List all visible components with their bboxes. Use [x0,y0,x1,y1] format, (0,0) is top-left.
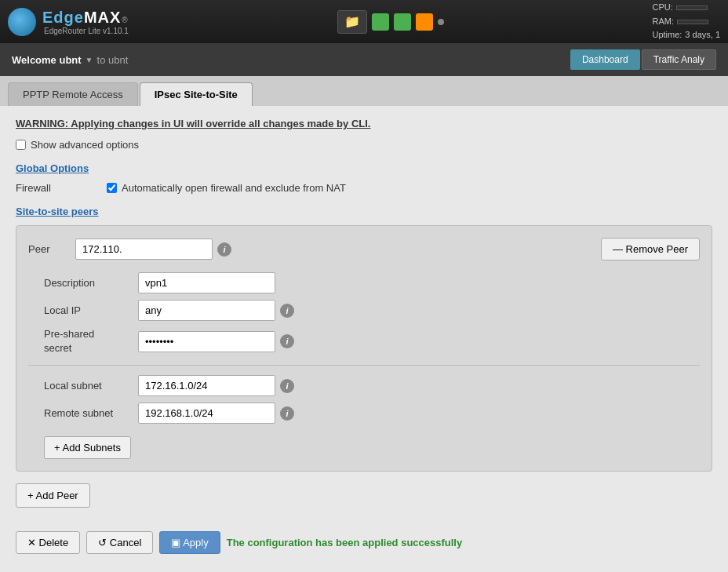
nav-buttons: Dashboard Traffic Analy [570,49,716,70]
status-green2 [394,13,411,31]
traffic-analysis-button[interactable]: Traffic Analy [642,49,716,70]
user-arrow[interactable]: ▼ [86,56,93,64]
show-advanced-label: Show advanced options [31,139,139,151]
global-options-title[interactable]: Global Options [16,162,712,174]
remove-peer-button[interactable]: — Remove Peer [601,238,700,260]
local-ip-info-icon[interactable]: i [280,304,294,318]
description-row: Description [44,272,700,293]
local-ip-row: Local IP i [44,300,700,321]
dashboard-button[interactable]: Dashboard [570,49,640,70]
status-green1 [372,13,389,31]
peer-ip-input[interactable] [75,239,213,260]
remote-subnet-input[interactable] [138,403,275,424]
logo-text: EdgeMAX [42,9,121,27]
logo-area: EdgeMAX ® EdgeRouter Lite v1.10.1 [8,8,129,36]
firewall-checkbox-label: Automatically open firewall and exclude … [122,182,346,194]
main-content: WARNING: Applying changes in UI will ove… [0,106,728,572]
local-subnet-info-icon[interactable]: i [280,379,294,393]
to-text: to ubnt [97,54,129,66]
apply-button[interactable]: ▣ Apply [159,531,220,554]
pre-shared-input[interactable] [138,331,275,352]
tab-ipsec[interactable]: IPsec Site-to-Site [140,82,253,106]
ram-label: RAM: [652,15,674,29]
tab-row: PPTP Remote Access IPsec Site-to-Site [0,76,728,106]
user-info: Welcome ubnt ▼ to ubnt [12,54,128,66]
local-subnet-row: Local subnet i [44,375,700,396]
sys-stats: CPU: RAM: Uptime: 3 days, 1 [652,1,720,42]
nav-bar: Welcome ubnt ▼ to ubnt Dashboard Traffic… [0,43,728,76]
delete-button[interactable]: ✕ Delete [16,531,80,554]
pre-shared-info-icon[interactable]: i [280,334,294,348]
description-input[interactable] [138,272,275,293]
bottom-row: + Add Peer [16,483,712,508]
action-row: ✕ Delete ↺ Cancel ▣ Apply The configurat… [16,523,712,562]
success-message: The configuration has been applied succe… [227,537,463,548]
subnet-section: Local subnet i Remote subnet i [44,375,700,424]
logo-reg: ® [122,16,127,24]
firewall-checkbox[interactable] [107,183,117,193]
peer-sub-form: Description Local IP i Pre-sharedsecret … [44,272,700,355]
top-bar: EdgeMAX ® EdgeRouter Lite v1.10.1 📁 CPU:… [0,0,728,43]
username: Welcome ubnt [12,54,82,66]
cancel-button[interactable]: ↺ Cancel [86,531,153,554]
peer-header: Peer i — Remove Peer [28,238,700,260]
cpu-label: CPU: [652,1,672,15]
status-orange [416,13,433,31]
show-advanced-checkbox[interactable] [16,140,26,150]
firewall-row: Firewall Automatically open firewall and… [16,182,712,194]
remote-subnet-info-icon[interactable]: i [280,406,294,421]
logo-icon [8,8,36,36]
status-small [438,19,444,25]
folder-icon[interactable]: 📁 [337,10,367,34]
content-area: PPTP Remote Access IPsec Site-to-Site WA… [0,76,728,572]
site-to-site-title[interactable]: Site-to-site peers [16,206,712,217]
tab-pptp[interactable]: PPTP Remote Access [8,82,138,106]
local-subnet-label: Local subnet [44,380,138,392]
warning-text: WARNING: Applying changes in UI will ove… [16,118,712,129]
top-bar-icons: 📁 [129,10,653,34]
add-subnets-button[interactable]: + Add Subnets [44,436,131,459]
description-label: Description [44,277,138,289]
remote-subnet-row: Remote subnet i [44,403,700,424]
local-subnet-input[interactable] [138,375,275,396]
version-text: EdgeRouter Lite v1.10.1 [44,27,129,35]
peer-info-icon[interactable]: i [217,242,231,257]
local-ip-label: Local IP [44,304,138,316]
divider [28,365,700,366]
peer-box: Peer i — Remove Peer Description Local I… [16,225,712,472]
firewall-label: Firewall [16,182,102,194]
peer-label: Peer [28,243,75,255]
add-peer-button[interactable]: + Add Peer [16,483,90,508]
show-advanced-row: Show advanced options [16,139,712,151]
local-ip-input[interactable] [138,300,275,321]
pre-shared-label: Pre-sharedsecret [44,327,138,355]
pre-shared-row: Pre-sharedsecret i [44,327,700,355]
uptime-value: 3 days, 1 [685,28,720,42]
uptime-label: Uptime: [652,28,682,42]
remote-subnet-label: Remote subnet [44,407,138,419]
